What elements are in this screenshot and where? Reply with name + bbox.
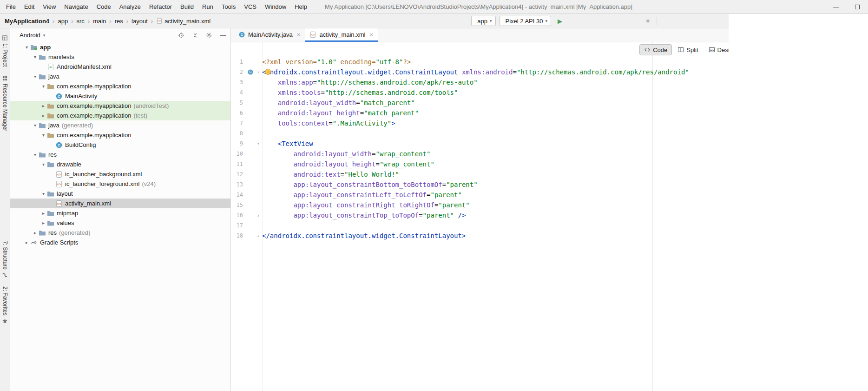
tree-item-res[interactable]: ▾res bbox=[10, 150, 230, 159]
locate-file-button[interactable] bbox=[177, 31, 186, 40]
mode-code-button[interactable]: Code bbox=[639, 44, 672, 55]
settings-button[interactable] bbox=[204, 31, 214, 40]
maximize-button[interactable] bbox=[847, 0, 868, 13]
menu-tools[interactable]: Tools bbox=[217, 0, 240, 13]
mode-design-button[interactable]: Design bbox=[704, 44, 729, 55]
code-line-11[interactable]: 11 android:layout_height="wrap_content" bbox=[231, 159, 729, 169]
code-line-2[interactable]: 2C▾<androidx.constraintlayout.widget.Con… bbox=[231, 67, 729, 77]
sdk-manager-button[interactable] bbox=[686, 16, 696, 26]
tree-item-java-generated[interactable]: ▾java(generated) bbox=[10, 120, 230, 130]
chevron-down-icon[interactable]: ▾ bbox=[40, 84, 47, 89]
profile-button[interactable] bbox=[605, 16, 615, 26]
tree-item-androidmanifest-xml[interactable]: AndroidManifest.xml bbox=[10, 62, 230, 72]
menu-refactor[interactable]: Refactor bbox=[145, 0, 176, 13]
tree-item-java[interactable]: ▾java bbox=[10, 72, 230, 81]
tool-window-button-resource-manager[interactable]: Resource Manager bbox=[2, 75, 8, 131]
collapse-all-button[interactable] bbox=[191, 31, 200, 40]
tab-activity-main-xml[interactable]: </>activity_main.xml× bbox=[305, 28, 378, 42]
breadcrumb-app[interactable]: app bbox=[58, 18, 68, 25]
mode-split-button[interactable]: Split bbox=[673, 44, 703, 55]
run-config-select[interactable]: app ▾ bbox=[471, 16, 495, 26]
breadcrumb-activity-main-xml[interactable]: </>activity_main.xml bbox=[156, 18, 210, 25]
code-line-18[interactable]: 18▴</androidx.constraintlayout.widget.Co… bbox=[231, 231, 729, 241]
code-line-16[interactable]: 16▴ app:layout_constraintTop_toTopOf="pa… bbox=[231, 210, 729, 220]
tree-item-com-example-myapplication[interactable]: ▾com.example.myapplication bbox=[10, 81, 230, 91]
tree-item-mainactivity[interactable]: CMainActivity bbox=[10, 91, 230, 101]
chevron-down-icon[interactable]: ▾ bbox=[32, 54, 39, 60]
layout-inspector-button[interactable] bbox=[711, 16, 721, 26]
chevron-down-icon[interactable]: ▾ bbox=[32, 123, 39, 128]
tree-item-manifests[interactable]: ▾manifests bbox=[10, 52, 230, 62]
code-line-17[interactable]: 17 bbox=[231, 220, 729, 231]
menu-analyze[interactable]: Analyze bbox=[115, 0, 145, 13]
device-select[interactable]: Pixel 2 API 30 ▾ bbox=[500, 16, 551, 26]
fold-marker[interactable]: ▴ bbox=[255, 213, 262, 218]
sync-project-button[interactable] bbox=[673, 16, 684, 26]
tree-item-buildconfig[interactable]: CBuildConfig bbox=[10, 140, 230, 150]
fold-marker[interactable]: ▾ bbox=[255, 141, 262, 146]
tree-item-values[interactable]: ▸values bbox=[10, 218, 230, 228]
tree-item-com-example-myapplication[interactable]: ▾com.example.myapplication bbox=[10, 130, 230, 140]
code-line-3[interactable]: 3 xmlns:app="http://schemas.android.com/… bbox=[231, 77, 729, 87]
tree-item-com-example-myapplication-test[interactable]: ▸com.example.myapplication(test) bbox=[10, 111, 230, 120]
chevron-down-icon[interactable]: ▾ bbox=[23, 45, 30, 50]
chevron-right-icon[interactable]: ▸ bbox=[40, 113, 47, 118]
chevron-down-icon[interactable]: ▾ bbox=[32, 152, 39, 157]
stop-button[interactable]: ■ bbox=[643, 16, 653, 26]
profiler-button[interactable] bbox=[618, 16, 628, 26]
code-line-8[interactable]: 8 bbox=[231, 128, 729, 139]
chevron-right-icon[interactable]: ▸ bbox=[40, 220, 47, 225]
more-button[interactable] bbox=[723, 16, 728, 26]
breadcrumb-layout[interactable]: layout bbox=[132, 18, 148, 25]
minimize-button[interactable]: — bbox=[825, 0, 847, 13]
chevron-right-icon[interactable]: ▸ bbox=[40, 103, 47, 108]
menu-view[interactable]: View bbox=[39, 0, 60, 13]
chevron-down-icon[interactable]: ▾ bbox=[32, 74, 39, 79]
menu-window[interactable]: Window bbox=[261, 0, 290, 13]
tree-item-res-generated[interactable]: ▸res(generated) bbox=[10, 228, 230, 238]
code-line-13[interactable]: 13 app:layout_constraintBottom_toBottomO… bbox=[231, 179, 729, 190]
chevron-right-icon[interactable]: ▸ bbox=[32, 230, 39, 235]
code-line-10[interactable]: 10 android:layout_width="wrap_content" bbox=[231, 149, 729, 159]
chevron-right-icon[interactable]: ▸ bbox=[23, 240, 30, 245]
tree-item-ic-launcher-foreground-xml-v24[interactable]: </>ic_launcher_foreground.xml(v24) bbox=[10, 179, 230, 189]
breadcrumb-myapplication4[interactable]: MyApplication4 bbox=[5, 18, 49, 25]
debug-button[interactable] bbox=[592, 16, 603, 26]
tree-item-drawable[interactable]: ▾drawable bbox=[10, 159, 230, 169]
device-manager-button[interactable] bbox=[661, 16, 671, 26]
apply-changes-button[interactable] bbox=[567, 16, 578, 26]
intention-bulb-icon[interactable] bbox=[265, 69, 271, 75]
tree-item-mipmap[interactable]: ▸mipmap bbox=[10, 208, 230, 218]
code-line-5[interactable]: 5 android:layout_width="match_parent" bbox=[231, 98, 729, 108]
apply-code-changes-button[interactable] bbox=[580, 16, 590, 26]
code-area[interactable]: 1<?xml version="1.0" encoding="utf-8"?>2… bbox=[231, 42, 729, 391]
tool-window-button-2-favorites[interactable]: 2: Favorites bbox=[2, 286, 8, 324]
menu-run[interactable]: Run bbox=[198, 0, 217, 13]
breadcrumb-res[interactable]: res bbox=[115, 18, 123, 25]
chevron-right-icon[interactable]: ▸ bbox=[40, 211, 47, 216]
tree-item-ic-launcher-background-xml[interactable]: </>ic_launcher_background.xml bbox=[10, 169, 230, 179]
menu-vcs[interactable]: VCS bbox=[240, 0, 261, 13]
menu-edit[interactable]: Edit bbox=[20, 0, 39, 13]
fold-marker[interactable]: ▾ bbox=[255, 70, 262, 74]
code-line-4[interactable]: 4 xmlns:tools="http://schemas.android.co… bbox=[231, 87, 729, 98]
hide-panel-button[interactable]: — bbox=[218, 31, 228, 40]
menu-file[interactable]: File bbox=[2, 0, 20, 13]
tree-item-layout[interactable]: ▾layout bbox=[10, 189, 230, 199]
tree-item-app[interactable]: ▾app bbox=[10, 42, 230, 52]
fold-marker[interactable]: ▴ bbox=[255, 233, 262, 238]
code-line-14[interactable]: 14 app:layout_constraintLeft_toLeftOf="p… bbox=[231, 190, 729, 200]
close-tab-icon[interactable]: × bbox=[369, 31, 373, 38]
code-line-9[interactable]: 9▾ <TextView bbox=[231, 139, 729, 149]
run-button[interactable]: ▶ bbox=[555, 16, 565, 26]
build-button[interactable] bbox=[455, 16, 466, 26]
chevron-down-icon[interactable]: ▾ bbox=[40, 162, 47, 167]
code-line-6[interactable]: 6 android:layout_height="match_parent" bbox=[231, 108, 729, 118]
close-tab-icon[interactable]: × bbox=[297, 31, 301, 38]
menu-build[interactable]: Build bbox=[176, 0, 198, 13]
menu-code[interactable]: Code bbox=[92, 0, 115, 13]
code-line-1[interactable]: 1<?xml version="1.0" encoding="utf-8"?> bbox=[231, 57, 729, 67]
tree-item-activity-main-xml[interactable]: </>activity_main.xml bbox=[10, 199, 230, 208]
related-class-gutter[interactable]: C bbox=[246, 69, 255, 75]
chevron-down-icon[interactable]: ▾ bbox=[40, 133, 47, 138]
